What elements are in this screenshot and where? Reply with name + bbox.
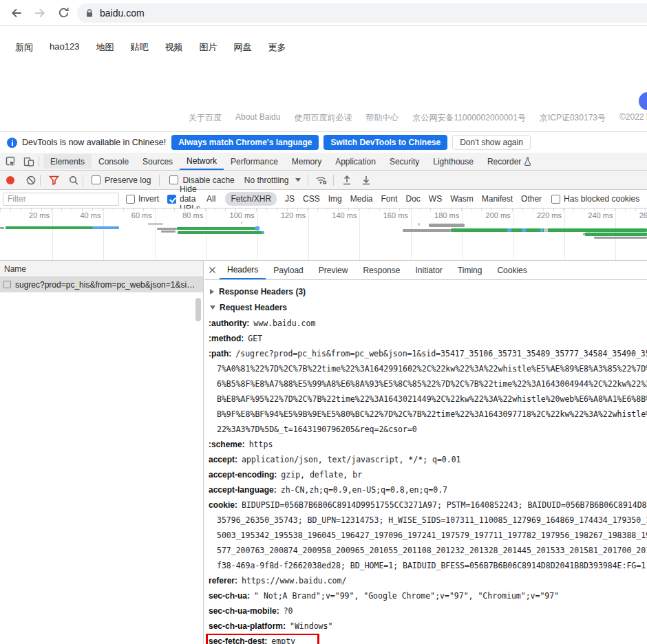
address-bar[interactable]: baidu.com: [77, 3, 647, 23]
search-icon[interactable]: [69, 175, 78, 185]
waterfall-bar-green: [6, 226, 93, 229]
record-button[interactable]: [6, 175, 15, 185]
disable-cache-checkbox[interactable]: [169, 175, 178, 184]
devtools-tab-network[interactable]: Network: [180, 153, 224, 170]
baidu-footer-link-1[interactable]: About Baidu: [235, 112, 280, 124]
invert-checkbox[interactable]: [126, 195, 135, 204]
close-detail-icon[interactable]: [204, 261, 220, 279]
baidu-nav-link-3[interactable]: 贴吧: [130, 41, 148, 54]
detail-tab-preview[interactable]: Preview: [311, 261, 356, 279]
filter-type-manifest[interactable]: Manifest: [482, 194, 513, 204]
header-line-sec-fetch-dest: sec-fetch-dest:empty: [204, 634, 647, 644]
baidu-footer-link-6[interactable]: ©2022 B: [619, 112, 647, 124]
waterfall-bar-lightgray: [544, 228, 548, 232]
devtools-tab-console[interactable]: Console: [92, 153, 136, 170]
name-column-header[interactable]: Name: [0, 261, 203, 277]
timeline-gridline: [308, 208, 309, 261]
timeline-label: 220 ms: [522, 211, 562, 219]
baidu-assistant-bubble[interactable]: [639, 92, 647, 110]
detail-tab-initiator[interactable]: Initiator: [407, 261, 449, 279]
header-line-referer: referer:https://www.baidu.com/: [204, 573, 647, 588]
request-headers-section[interactable]: Request Headers: [204, 299, 647, 315]
filter-type-ws[interactable]: WS: [429, 194, 442, 204]
notification-button-1[interactable]: Switch DevTools to Chinese: [324, 135, 447, 150]
baidu-footer-link-5[interactable]: 京ICP证030173号: [540, 112, 606, 124]
baidu-nav-link-6[interactable]: 网盘: [233, 41, 251, 54]
filter-input[interactable]: [3, 193, 119, 206]
has-blocked-cookies-label: Has blocked cookies: [564, 194, 639, 204]
filter-type-fetch-xhr[interactable]: Fetch/XHR: [225, 192, 277, 206]
refresh-button[interactable]: [54, 3, 73, 23]
response-headers-section[interactable]: Response Headers (3): [204, 283, 647, 299]
has-blocked-cookies-checkbox[interactable]: [551, 195, 560, 204]
filter-type-other[interactable]: Other: [521, 194, 542, 204]
header-value: gzip, deflate, br: [281, 470, 362, 480]
baidu-footer-link-2[interactable]: 使用百度前必读: [294, 112, 352, 124]
ruler-tick: [0, 208, 1, 211]
detail-tab-headers[interactable]: Headers: [220, 261, 266, 279]
baidu-footer-link-0[interactable]: 关于百度: [189, 112, 222, 124]
requests-scrollbar-thumb[interactable]: [195, 298, 201, 321]
header-value-continuation: 35796_26350_35743; BD_UPN=12314753; H_WI…: [204, 513, 647, 528]
filter-type-all[interactable]: All: [206, 194, 215, 204]
devtools-tab-application[interactable]: Application: [328, 153, 383, 170]
devtools-tab-security[interactable]: Security: [383, 153, 426, 170]
detail-tab-response[interactable]: Response: [355, 261, 407, 279]
export-har-icon[interactable]: [361, 175, 371, 185]
hide-data-urls-checkbox[interactable]: [167, 195, 176, 204]
devtools-tab-sources[interactable]: Sources: [136, 153, 180, 170]
baidu-nav-link-0[interactable]: 新闻: [15, 41, 33, 54]
baidu-footer-link-4[interactable]: 京公网安备11000002000001号: [412, 112, 526, 124]
notification-button-2[interactable]: Don't show again: [452, 135, 531, 150]
forward-button[interactable]: [30, 3, 50, 23]
baidu-nav-link-2[interactable]: 地图: [96, 41, 114, 54]
devtools-tab-label: Memory: [292, 157, 321, 167]
devtools-tab-label: Network: [187, 156, 217, 166]
devtools-tab-memory[interactable]: Memory: [285, 153, 328, 170]
devtools-tab-recorder[interactable]: Recorder: [480, 153, 538, 170]
clear-icon[interactable]: [26, 175, 36, 185]
preserve-log-checkbox[interactable]: [92, 175, 100, 184]
filter-type-wasm[interactable]: Wasm: [450, 194, 474, 204]
header-value-continuation: 6%B5%8F%E8%A7%88%E5%99%A8%E6%8A%93%E5%8C…: [204, 376, 647, 391]
filter-type-media[interactable]: Media: [350, 194, 373, 204]
device-toolbar-icon[interactable]: [23, 156, 34, 167]
devtools-tab-performance[interactable]: Performance: [224, 153, 285, 170]
baidu-nav-link-4[interactable]: 视频: [165, 41, 182, 54]
filter-type-css[interactable]: CSS: [303, 194, 320, 204]
red-annotation-box: [206, 634, 319, 644]
network-conditions-icon[interactable]: [315, 175, 328, 185]
import-har-icon[interactable]: [342, 175, 352, 185]
throttling-select[interactable]: No throttling: [244, 175, 289, 185]
baidu-nav-link-7[interactable]: 更多: [268, 41, 286, 54]
flask-icon: [524, 157, 531, 166]
filter-type-img[interactable]: Img: [328, 194, 342, 204]
request-row[interactable]: sugrec?prod=pc_his&from=pc_web&json=1&si…: [0, 277, 203, 292]
response-headers-title: Response Headers (3): [219, 287, 306, 297]
forward-arrow-icon: [34, 7, 46, 19]
detail-tab-timing[interactable]: Timing: [450, 261, 490, 279]
baidu-nav-link-5[interactable]: 图片: [199, 41, 217, 54]
notification-button-0[interactable]: Always match Chrome's language: [171, 135, 319, 150]
filter-type-js[interactable]: JS: [285, 194, 295, 204]
inspect-element-icon[interactable]: [6, 156, 17, 167]
waterfall-bar-green: [585, 233, 647, 236]
header-value: https: [249, 440, 273, 449]
devtools-tab-lighthouse[interactable]: Lighthouse: [426, 153, 480, 170]
header-line-authority: :authority:www.baidu.com: [204, 316, 647, 331]
waterfall-bar-gray: [0, 227, 4, 229]
filter-icon[interactable]: [49, 175, 59, 185]
detail-tab-payload[interactable]: Payload: [266, 261, 310, 279]
filter-type-doc[interactable]: Doc: [405, 194, 420, 204]
devtools-tab-elements[interactable]: Elements: [43, 154, 92, 169]
baidu-nav-link-1[interactable]: hao123: [50, 41, 79, 54]
detail-tab-cookies[interactable]: Cookies: [489, 261, 534, 279]
disable-cache-label: Disable cache: [182, 175, 234, 185]
back-button[interactable]: [7, 3, 26, 23]
network-overview-timeline[interactable]: 20 ms40 ms60 ms80 ms100 ms120 ms140 ms16…: [0, 208, 647, 261]
timeline-gridline: [564, 208, 565, 261]
filter-type-font[interactable]: Font: [381, 194, 397, 204]
lock-icon: [85, 9, 94, 18]
header-line-sec-ch-ua-mobile: sec-ch-ua-mobile:?0: [204, 603, 647, 619]
baidu-footer-link-3[interactable]: 帮助中心: [365, 112, 399, 124]
